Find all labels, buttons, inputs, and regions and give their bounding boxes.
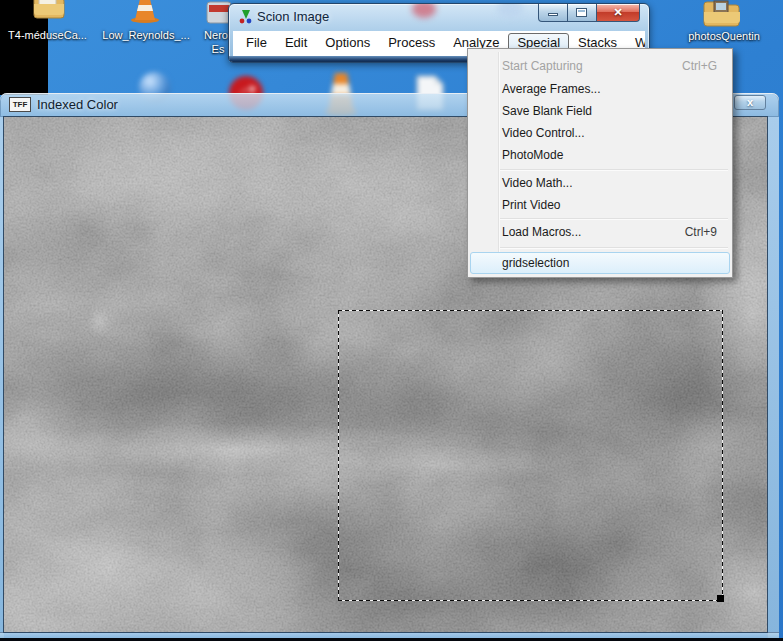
menu-item-label: Print Video [502,195,560,216]
menu-item-label: PhotoMode [502,145,563,166]
menu-item-shortcut: Ctrl+9 [685,222,717,243]
menu-item-average-frames[interactable]: Average Frames... [471,79,729,100]
folder-icon[interactable] [33,0,65,19]
maximize-button[interactable] [568,4,596,22]
desktop-icon-label[interactable]: Low_Reynolds_... [96,29,196,41]
menu-item-label: Load Macros... [502,222,581,243]
glass-reflection [497,3,523,18]
selection-rectangle[interactable] [338,310,723,601]
menu-item-gridselection[interactable]: gridselection [470,252,730,274]
desktop-icon-label[interactable]: T4-méduseCa... [0,29,95,41]
window-controls: ✕ [538,4,640,22]
tiff-file-icon: TFF [9,97,31,112]
window-title: Indexed Color [37,97,118,112]
window-title[interactable]: Scion Image [257,9,329,24]
desktop-icon-label[interactable]: photosQuentin [674,30,774,42]
close-button[interactable]: x [734,95,766,110]
desktop: T4-méduseCa... Low_Reynolds_... Nero Es … [0,0,783,641]
menu-item-load-macros[interactable]: Load Macros... Ctrl+9 [471,222,729,243]
selection-edge[interactable] [722,310,723,601]
selection-edge[interactable] [338,600,723,601]
menu-item-label: Video Math... [502,173,573,194]
menu-item-label: Start Capturing [502,56,583,77]
menu-item-video-math[interactable]: Video Math... [471,173,729,194]
menu-item-photomode[interactable]: PhotoMode [471,145,729,166]
window-border [767,117,779,639]
menu-separator [500,218,728,219]
menu-separator [500,247,728,248]
menu-item-label: gridselection [502,253,569,273]
menu-item-label: Video Control... [502,123,585,144]
selection-edge[interactable] [338,310,723,311]
minimize-button[interactable] [538,4,568,22]
menu-edit[interactable]: Edit [276,33,316,52]
menu-options[interactable]: Options [316,33,379,52]
minimize-icon [548,13,558,16]
menu-item-save-blank-field[interactable]: Save Blank Field [471,101,729,122]
photos-folder-icon[interactable] [702,0,742,28]
menu-item-shortcut: Ctrl+G [682,56,717,77]
menu-item-video-control[interactable]: Video Control... [471,123,729,144]
desktop-icon-label[interactable]: Es [208,43,228,55]
menu-item-label: Average Frames... [502,79,600,100]
menu-item-print-video[interactable]: Print Video [471,195,729,216]
special-dropdown-menu: Start Capturing Ctrl+G Average Frames...… [467,48,733,278]
maximize-icon [576,8,587,17]
selection-edge[interactable] [338,310,339,601]
close-button[interactable]: ✕ [596,4,640,22]
scion-app-icon [238,9,254,25]
glass-reflection [412,3,436,18]
menu-process[interactable]: Process [379,33,444,52]
menu-item-label: Save Blank Field [502,101,592,122]
menu-file[interactable]: File [237,33,276,52]
selection-resize-handle[interactable] [717,595,724,602]
menu-item-start-capturing[interactable]: Start Capturing Ctrl+G [471,56,729,77]
menu-separator [500,169,728,170]
vlc-cone-icon[interactable] [127,0,163,23]
